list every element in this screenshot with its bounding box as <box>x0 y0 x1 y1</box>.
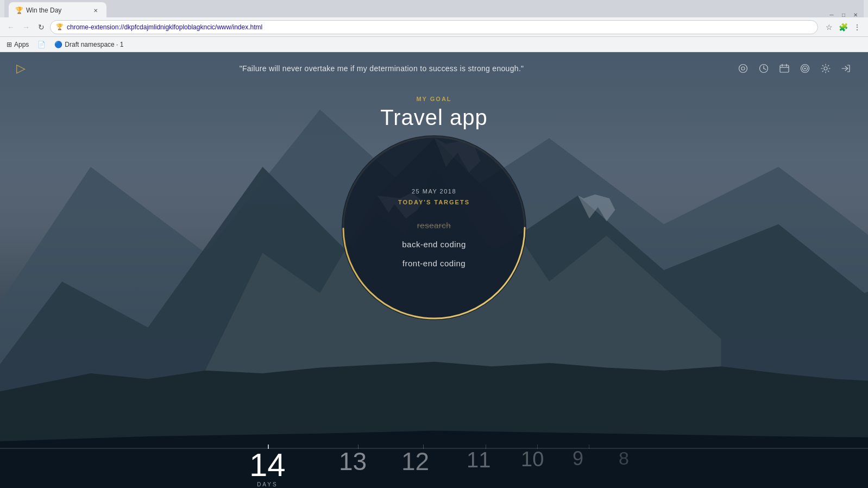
bookmarks-bar: ⊞ Apps 📄 🔵 Draft namespace · 1 <box>0 37 868 52</box>
day-number-14: 14 <box>249 449 286 481</box>
days-section: 14 DAYS 13 12 11 <box>0 445 868 488</box>
day-number-9: 9 <box>573 449 583 468</box>
app-quote: "Failure will never overtake me if my de… <box>26 64 738 73</box>
tick-2 <box>423 445 424 449</box>
day-item-14[interactable]: 14 DAYS <box>249 449 286 487</box>
day-item-8[interactable]: 8 <box>619 449 629 467</box>
tab-title: Win the Day <box>26 7 61 14</box>
svg-point-9 <box>739 65 747 73</box>
app-nav-icons <box>738 63 852 74</box>
address-favicon-icon: 🏆 <box>56 23 64 30</box>
app-content: ▷ "Failure will never overtake me if my … <box>0 52 868 488</box>
address-bar[interactable]: 🏆 chrome-extension://dkpfcdajmlidnigklfo… <box>50 20 818 34</box>
goal-section: MY GOAL Travel app <box>380 96 488 130</box>
nav-icon-target[interactable] <box>800 63 810 74</box>
circle-content: 25 MAY 2018 TODAY'S TARGETS research bac… <box>342 135 526 320</box>
timeline-line <box>0 448 868 449</box>
browser-nav-right: ☆ 🧩 ⋮ <box>822 21 864 34</box>
target-item-frontend[interactable]: front-end coding <box>402 259 466 268</box>
svg-rect-14 <box>780 65 789 72</box>
tab-favicon-icon: 🏆 <box>15 7 23 14</box>
app-logo[interactable]: ▷ <box>16 61 26 76</box>
svg-line-13 <box>764 68 766 70</box>
circle-container: 25 MAY 2018 TODAY'S TARGETS research bac… <box>342 135 526 320</box>
tab-close-button[interactable]: ✕ <box>91 6 100 15</box>
apps-text: Apps <box>14 41 29 48</box>
bookmark-apps[interactable]: ⊞ Apps <box>4 40 31 49</box>
draft-text: Draft namespace · 1 <box>65 41 123 48</box>
current-tick <box>268 445 269 449</box>
target-item-backend[interactable]: back-end coding <box>402 240 466 249</box>
tick-3 <box>486 445 486 449</box>
circle-targets-label: TODAY'S TARGETS <box>398 199 470 205</box>
tick-4 <box>537 445 538 449</box>
draft-icon: 🔵 <box>54 41 62 48</box>
day-number-12: 12 <box>401 449 429 474</box>
reload-button[interactable]: ↻ <box>35 21 48 34</box>
nav-icon-clock[interactable] <box>758 63 769 74</box>
app-header: ▷ "Failure will never overtake me if my … <box>0 52 868 85</box>
day-number-10: 10 <box>521 449 544 470</box>
day-number-8: 8 <box>619 449 629 467</box>
back-button[interactable]: ← <box>4 21 17 34</box>
nav-icon-calendar[interactable] <box>779 63 790 74</box>
bookmark-draft[interactable]: 🔵 Draft namespace · 1 <box>52 40 125 49</box>
day-label: DAYS <box>257 481 278 487</box>
target-item-research[interactable]: research <box>417 221 451 230</box>
browser-frame: 🏆 Win the Day ✕ ─ □ ✕ ← → ↻ 🏆 chrome-ext… <box>0 0 868 488</box>
day-item-10[interactable]: 10 <box>521 449 544 470</box>
url-text: chrome-extension://dkpfcdajmlidnigklfopl… <box>67 23 262 31</box>
bookmark-button[interactable]: ☆ <box>822 21 835 34</box>
goal-label: MY GOAL <box>380 96 488 102</box>
main-content: MY GOAL Travel app <box>0 85 868 488</box>
doc-icon: 📄 <box>37 41 46 48</box>
circle-date: 25 MAY 2018 <box>412 188 456 195</box>
tick-5 <box>589 445 589 449</box>
goal-title: Travel app <box>380 105 488 130</box>
nav-icon-settings[interactable] <box>820 63 831 74</box>
svg-point-21 <box>824 67 827 70</box>
browser-tab[interactable]: 🏆 Win the Day ✕ <box>9 2 106 18</box>
nav-bar: ← → ↻ 🏆 chrome-extension://dkpfcdajmlidn… <box>0 17 868 37</box>
tick-1 <box>358 445 358 449</box>
forward-button[interactable]: → <box>20 21 33 34</box>
day-number-11: 11 <box>467 449 491 471</box>
day-item-13[interactable]: 13 <box>339 449 367 474</box>
extension-button[interactable]: 🧩 <box>836 21 850 34</box>
svg-point-10 <box>741 67 745 70</box>
day-item-9[interactable]: 9 <box>573 449 583 468</box>
day-number-13: 13 <box>339 449 367 474</box>
bookmark-doc[interactable]: 📄 <box>35 40 48 49</box>
nav-icon-exit[interactable] <box>841 63 852 74</box>
apps-label: ⊞ <box>7 41 12 48</box>
day-item-12[interactable]: 12 <box>401 449 429 474</box>
targets-list: research back-end coding front-end codin… <box>402 221 466 268</box>
day-item-11[interactable]: 11 <box>467 449 491 471</box>
svg-point-20 <box>804 68 806 70</box>
title-bar: 🏆 Win the Day ✕ ─ □ ✕ <box>0 0 868 17</box>
menu-button[interactable]: ⋮ <box>851 21 864 34</box>
nav-icon-circles[interactable] <box>738 63 749 74</box>
